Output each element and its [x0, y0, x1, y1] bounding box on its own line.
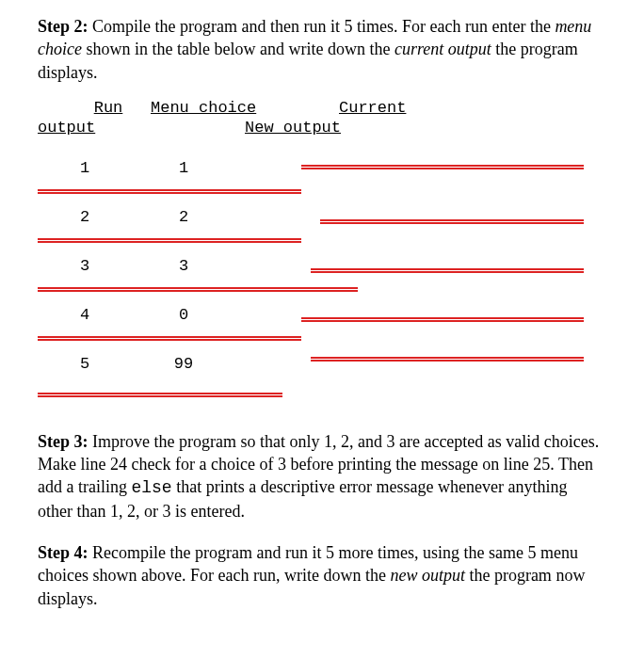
- step2-label: Step 2:: [38, 17, 89, 36]
- step2-text1: Compile the program and then run it 5 ti…: [92, 17, 555, 36]
- table-row: 2 2: [38, 193, 606, 242]
- step4-label: Step 4:: [38, 543, 89, 562]
- step4-paragraph: Step 4: Recompile the program and run it…: [38, 541, 606, 610]
- run-table: Run Menu choice Current output New outpu…: [38, 99, 606, 408]
- header-new-output: New output: [245, 119, 341, 137]
- choice-cell: 0: [132, 306, 235, 324]
- blank-line: [301, 317, 584, 322]
- step2-text2: shown in the table below and write down …: [82, 40, 394, 58]
- table-row: 1 1: [38, 144, 606, 193]
- blank-line: [311, 268, 584, 273]
- step2-paragraph: Step 2: Compile the program and then run…: [38, 15, 606, 84]
- choice-cell: 3: [132, 257, 235, 275]
- step4-italic1: new output: [390, 566, 465, 585]
- table-row-tail: [38, 389, 606, 408]
- header-run: Run: [94, 99, 123, 117]
- blank-line: [320, 219, 584, 224]
- blank-line: [38, 238, 301, 243]
- run-cell: 2: [38, 208, 132, 226]
- table-header-row1: Run Menu choice Current: [38, 99, 606, 117]
- step3-mono1: else: [131, 478, 171, 497]
- blank-line: [311, 357, 584, 362]
- run-cell: 4: [38, 306, 132, 324]
- choice-cell: 99: [132, 355, 235, 373]
- run-cell: 3: [38, 257, 132, 275]
- run-cell: 1: [38, 159, 132, 177]
- header-current: Current: [339, 99, 406, 117]
- run-cell: 5: [38, 355, 132, 373]
- blank-line: [38, 287, 358, 292]
- blank-line: [38, 189, 301, 194]
- table-header-row2: output New output: [38, 119, 606, 137]
- step3-label: Step 3:: [38, 432, 89, 451]
- blank-line: [38, 393, 282, 397]
- table-body: 1 1 2 2 3 3 4 0 5 99: [38, 144, 606, 408]
- header-output: output: [38, 119, 95, 137]
- header-menu: Menu choice: [151, 99, 256, 117]
- table-row: 4 0: [38, 291, 606, 340]
- step2-italic2: current output: [394, 40, 491, 58]
- blank-line: [38, 336, 301, 341]
- blank-line: [301, 165, 584, 169]
- choice-cell: 2: [132, 208, 235, 226]
- table-row: 5 99: [38, 340, 606, 389]
- table-row: 3 3: [38, 242, 606, 291]
- choice-cell: 1: [132, 159, 235, 177]
- step3-paragraph: Step 3: Improve the program so that only…: [38, 430, 606, 522]
